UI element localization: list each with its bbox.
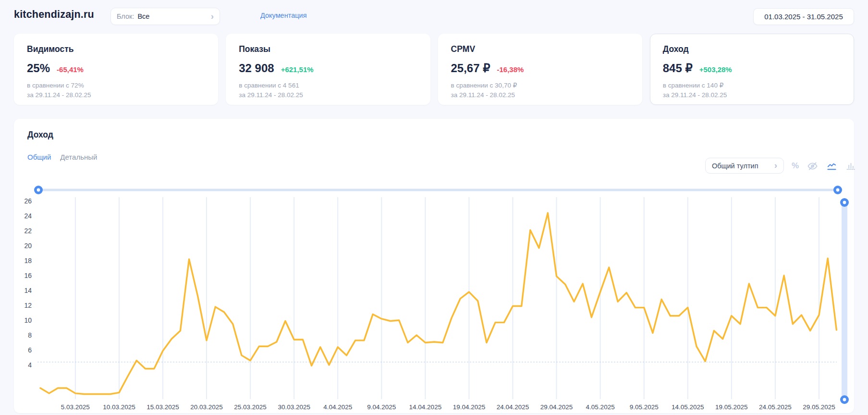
revenue-line <box>40 213 836 394</box>
y-axis-label: 4 <box>28 361 32 369</box>
y-axis-label: 24 <box>24 212 32 220</box>
x-axis-label: 20.03.2025 <box>190 403 223 411</box>
y-range-track[interactable] <box>842 199 847 402</box>
slider-handle-center <box>37 189 40 192</box>
y-axis-label: 20 <box>24 242 32 250</box>
x-axis-label: 14.05.2025 <box>672 403 704 411</box>
x-axis-label: 5.03.2025 <box>61 403 90 411</box>
x-axis-label: 4.05.2025 <box>586 403 615 411</box>
x-axis-label: 10.03.2025 <box>103 403 135 411</box>
x-axis-label: 24.05.2025 <box>759 403 792 411</box>
y-axis-label: 18 <box>24 257 32 264</box>
y-axis-label: 8 <box>28 331 32 339</box>
x-axis-label: 9.05.2025 <box>630 403 659 411</box>
x-axis-label: 29.04.2025 <box>540 403 573 411</box>
slider-handle-center <box>843 201 846 204</box>
slider-handle-center <box>836 189 840 192</box>
x-axis-label: 19.05.2025 <box>715 403 748 411</box>
y-axis-label: 16 <box>24 272 32 279</box>
x-axis-label: 9.04.2025 <box>367 403 396 411</box>
x-axis-label: 30.03.2025 <box>278 403 310 411</box>
x-axis-label: 29.05.2025 <box>803 403 835 411</box>
x-axis-label: 24.04.2025 <box>497 403 529 411</box>
slider-handle-center <box>843 398 846 402</box>
revenue-chart: 5.03.202510.03.202515.03.202520.03.20252… <box>0 0 868 415</box>
x-axis-label: 14.04.2025 <box>409 403 442 411</box>
y-axis-label: 12 <box>24 302 32 309</box>
y-axis-label: 10 <box>24 316 32 324</box>
y-axis-label: 22 <box>24 227 32 235</box>
x-axis-label: 4.04.2025 <box>323 403 352 411</box>
x-axis-label: 15.03.2025 <box>147 403 179 411</box>
y-axis-label: 6 <box>28 346 32 354</box>
x-axis-label: 25.03.2025 <box>234 403 267 411</box>
y-axis-label: 26 <box>24 197 32 205</box>
x-axis-label: 19.04.2025 <box>453 403 486 411</box>
y-axis-label: 14 <box>24 287 32 294</box>
